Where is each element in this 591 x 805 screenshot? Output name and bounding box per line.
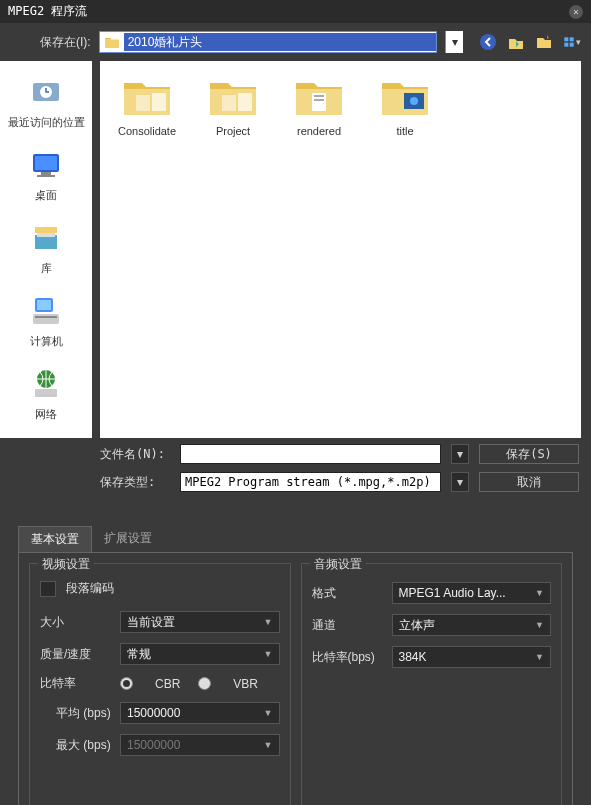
svg-rect-17 <box>35 316 57 318</box>
size-select[interactable]: 当前设置▼ <box>120 611 280 633</box>
avg-label: 平均 (bps) <box>40 705 120 722</box>
svg-rect-20 <box>152 93 166 111</box>
computer-icon <box>27 292 65 330</box>
location-bar: 保存在(I): ▾ ▾ <box>0 23 591 61</box>
main-area: 最近访问的位置 桌面 库 计算机 网络 Consolidate Proj <box>0 61 591 438</box>
tabs: 基本设置 扩展设置 <box>18 526 573 552</box>
file-controls: 文件名(N): ▾ 保存(S) 保存类型: MPEG2 Program stre… <box>0 438 591 514</box>
avg-select[interactable]: 15000000▼ <box>120 702 280 724</box>
settings-area: 基本设置 扩展设置 视频设置 段落编码 大小 当前设置▼ 质量/速度 常规▼ 比… <box>0 514 591 805</box>
vbr-radio[interactable] <box>198 677 211 690</box>
svg-rect-19 <box>35 389 57 397</box>
bitrate-radios: CBR VBR <box>120 677 258 691</box>
settings-panel: 视频设置 段落编码 大小 当前设置▼ 质量/速度 常规▼ 比特率 CBR VBR <box>18 552 573 805</box>
sidebar-item-computer[interactable]: 计算机 <box>0 286 92 359</box>
max-label: 最大 (bps) <box>40 737 120 754</box>
svg-rect-25 <box>314 95 324 97</box>
filename-label: 文件名(N): <box>100 446 170 463</box>
svg-rect-26 <box>314 99 324 101</box>
sidebar-item-label: 计算机 <box>0 334 92 349</box>
sidebar-item-desktop[interactable]: 桌面 <box>0 140 92 213</box>
audio-bitrate-select[interactable]: 384K▼ <box>392 646 552 668</box>
tab-basic[interactable]: 基本设置 <box>18 526 92 552</box>
svg-rect-2 <box>570 37 574 41</box>
back-icon[interactable] <box>479 33 497 51</box>
quality-label: 质量/速度 <box>40 646 120 663</box>
svg-rect-13 <box>37 233 55 237</box>
close-button[interactable]: ✕ <box>569 5 583 19</box>
view-icon[interactable]: ▾ <box>563 33 581 51</box>
folder-icon <box>104 35 120 49</box>
segment-encode-label: 段落编码 <box>66 580 114 597</box>
location-input[interactable] <box>124 33 436 51</box>
segment-encode-checkbox[interactable] <box>40 581 56 597</box>
svg-rect-8 <box>35 156 57 170</box>
svg-rect-3 <box>564 43 568 47</box>
svg-rect-15 <box>37 300 51 310</box>
audio-title: 音频设置 <box>310 556 366 573</box>
video-title: 视频设置 <box>38 556 94 573</box>
svg-rect-22 <box>238 93 252 111</box>
svg-rect-21 <box>136 95 150 111</box>
folder-label: Project <box>196 125 270 137</box>
folder-label: rendered <box>282 125 356 137</box>
save-button[interactable]: 保存(S) <box>479 444 579 464</box>
new-folder-icon[interactable] <box>535 33 553 51</box>
svg-rect-4 <box>570 43 574 47</box>
desktop-icon <box>27 146 65 184</box>
filetype-label: 保存类型: <box>100 474 170 491</box>
sidebar-item-network[interactable]: 网络 <box>0 359 92 432</box>
folder-icon <box>378 75 432 119</box>
filename-input[interactable] <box>180 444 441 464</box>
file-grid: Consolidate Project rendered title <box>110 75 571 137</box>
sidebar-item-recent[interactable]: 最近访问的位置 <box>0 67 92 140</box>
quality-select[interactable]: 常规▼ <box>120 643 280 665</box>
cancel-button[interactable]: 取消 <box>479 472 579 492</box>
cbr-label: CBR <box>155 677 180 691</box>
sidebar-item-library[interactable]: 库 <box>0 213 92 286</box>
size-label: 大小 <box>40 614 120 631</box>
recent-icon <box>27 73 65 111</box>
folder-item[interactable]: Project <box>196 75 270 137</box>
up-icon[interactable] <box>507 33 525 51</box>
format-label: 格式 <box>312 585 392 602</box>
titlebar: MPEG2 程序流 ✕ <box>0 0 591 23</box>
video-settings: 视频设置 段落编码 大小 当前设置▼ 质量/速度 常规▼ 比特率 CBR VBR <box>29 563 291 805</box>
folder-icon <box>120 75 174 119</box>
library-icon <box>27 219 65 257</box>
channel-select[interactable]: 立体声▼ <box>392 614 552 636</box>
channel-label: 通道 <box>312 617 392 634</box>
toolbar-icons: ▾ <box>479 33 581 51</box>
folder-label: Consolidate <box>110 125 184 137</box>
svg-point-28 <box>410 97 418 105</box>
tab-extended[interactable]: 扩展设置 <box>92 526 164 552</box>
location-dropdown[interactable]: ▾ <box>445 31 463 53</box>
window-title: MPEG2 程序流 <box>8 3 87 20</box>
sidebar-item-label: 最近访问的位置 <box>0 115 92 130</box>
audio-bitrate-label: 比特率(bps) <box>312 649 392 666</box>
svg-rect-12 <box>35 235 57 249</box>
cbr-radio[interactable] <box>120 677 133 690</box>
network-icon <box>27 365 65 403</box>
folder-icon <box>292 75 346 119</box>
folder-item[interactable]: title <box>368 75 442 137</box>
audio-settings: 音频设置 格式 MPEG1 Audio Lay...▼ 通道 立体声▼ 比特率(… <box>301 563 563 805</box>
svg-rect-16 <box>33 314 59 324</box>
max-select: 15000000▼ <box>120 734 280 756</box>
filetype-dropdown[interactable]: ▾ <box>451 472 469 492</box>
file-area[interactable]: Consolidate Project rendered title <box>100 61 581 438</box>
svg-rect-11 <box>35 227 57 233</box>
sidebar: 最近访问的位置 桌面 库 计算机 网络 <box>0 61 92 438</box>
folder-label: title <box>368 125 442 137</box>
folder-item[interactable]: rendered <box>282 75 356 137</box>
folder-icon <box>206 75 260 119</box>
format-select[interactable]: MPEG1 Audio Lay...▼ <box>392 582 552 604</box>
folder-item[interactable]: Consolidate <box>110 75 184 137</box>
filename-dropdown[interactable]: ▾ <box>451 444 469 464</box>
sidebar-item-label: 库 <box>0 261 92 276</box>
vbr-label: VBR <box>233 677 258 691</box>
svg-point-0 <box>480 34 496 50</box>
svg-rect-9 <box>41 172 51 175</box>
filetype-select[interactable]: MPEG2 Program stream (*.mpg,*.m2p) <box>180 472 441 492</box>
location-input-wrap <box>99 31 437 53</box>
